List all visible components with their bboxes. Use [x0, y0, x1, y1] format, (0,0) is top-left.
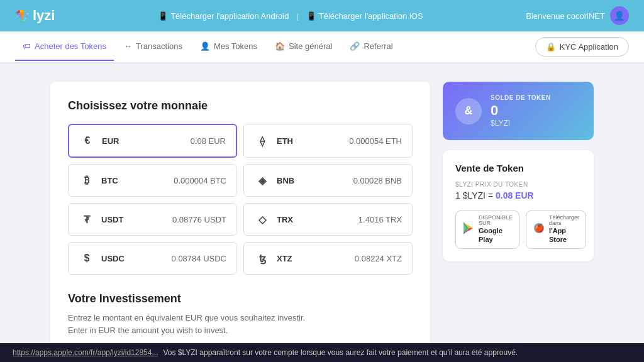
token-balance-label: SOLDE DE TOKEN	[491, 94, 551, 101]
vente-price-value: 0.08 EUR	[496, 190, 534, 200]
bottom-bar: https://apps.apple.com/fr/app/lyzi/id128…	[0, 343, 644, 362]
currency-xtz[interactable]: ꜩ XTZ 0.08224 XTZ	[243, 242, 413, 275]
google-play-icon	[462, 222, 475, 238]
investment-desc-line1: Entrez le montant en équivalent EUR que …	[68, 312, 413, 324]
currency-trx[interactable]: ◇ TRX 1.4016 TRX	[243, 203, 413, 236]
google-play-main: Google Play	[479, 226, 513, 244]
android-link[interactable]: 📱 Télécharger l'application Android	[158, 11, 289, 21]
xtz-value: 0.08224 XTZ	[355, 254, 402, 263]
vente-title: Vente de Token	[455, 163, 581, 173]
nav-item-site[interactable]: 🏠 Site général	[267, 33, 340, 61]
xtz-name: XTZ	[277, 254, 302, 263]
header-welcome: Bienvenue cocoriNET 👤	[526, 6, 629, 25]
currency-eth[interactable]: ⟠ ETH 0.000054 ETH	[243, 124, 413, 158]
vente-price-label: $LYZI PRIX DU TOKEN	[455, 181, 581, 188]
app-store-icon: 🍎	[533, 222, 545, 238]
mes-tokens-icon: 👤	[200, 41, 210, 51]
eth-value: 0.000054 ETH	[349, 136, 402, 146]
transactions-icon: ↔	[124, 41, 132, 51]
nav: 🏷 Acheter des Tokens ↔ Transactions 👤 Me…	[0, 31, 644, 63]
eth-name: ETH	[277, 136, 302, 146]
bottom-bar-link[interactable]: https://apps.apple.com/fr/app/lyzi/id128…	[13, 348, 158, 357]
logo-icon: 🪁	[15, 9, 29, 23]
bnb-value: 0.00028 BNB	[353, 176, 402, 185]
usdt-value: 0.08776 USDT	[172, 215, 226, 224]
token-icon: 🏷	[23, 41, 31, 51]
investment-title: Votre Investissement	[68, 292, 413, 305]
btc-icon: ₿	[79, 172, 95, 189]
currency-grid: € EUR 0.08 EUR ⟠ ETH 0.000054 ETH ₿ BTC …	[68, 124, 413, 275]
right-panel: & SOLDE DE TOKEN 0 $LYZI Vente de Token …	[443, 82, 594, 362]
vente-price: 1 $LYZI = 0.08 EUR	[455, 190, 581, 200]
app-store-text: Télécharger dans l'App Store	[549, 215, 579, 244]
bnb-icon: ◈	[254, 172, 270, 189]
usdc-icon: $	[79, 250, 95, 266]
app-store-button[interactable]: 🍎 Télécharger dans l'App Store	[526, 211, 586, 249]
nav-item-mes-tokens[interactable]: 👤 Mes Tokens	[192, 33, 265, 61]
eth-icon: ⟠	[254, 133, 270, 149]
site-icon: 🏠	[275, 41, 285, 51]
eur-value: 0.08 EUR	[191, 136, 226, 146]
google-play-button[interactable]: DISPONIBLE SUR Google Play	[455, 211, 519, 249]
investment-desc-line2: Enter in EUR the amount you wish to inve…	[68, 324, 413, 337]
google-play-sub: DISPONIBLE SUR	[479, 215, 513, 226]
investment-desc: Entrez le montant en équivalent EUR que …	[68, 312, 413, 336]
left-panel: Choisissez votre monnaie € EUR 0.08 EUR …	[50, 82, 430, 362]
android-icon: 📱	[158, 11, 168, 21]
usdc-name: USDC	[101, 254, 126, 263]
eur-icon: €	[79, 133, 96, 149]
currency-eur[interactable]: € EUR 0.08 EUR	[68, 124, 237, 158]
app-store-sub: Télécharger dans	[549, 215, 579, 226]
btc-name: BTC	[101, 176, 126, 185]
nav-item-transactions[interactable]: ↔ Transactions	[116, 33, 190, 61]
currency-section-title: Choisissez votre monnaie	[68, 99, 413, 112]
header-divider: |	[296, 11, 298, 21]
header: 🪁 lyzi 📱 Télécharger l'application Andro…	[0, 0, 644, 31]
usdt-name: USDT	[101, 215, 126, 224]
google-play-text: DISPONIBLE SUR Google Play	[479, 215, 513, 244]
svg-text:🍎: 🍎	[535, 223, 544, 233]
token-balance-info: SOLDE DE TOKEN 0 $LYZI	[491, 94, 551, 128]
welcome-text: Bienvenue cocoriNET	[526, 11, 605, 21]
main-content: Choisissez votre monnaie € EUR 0.08 EUR …	[0, 63, 644, 362]
token-balance-value: 0	[491, 102, 551, 119]
currency-usdt[interactable]: ₮ USDT 0.08776 USDT	[68, 203, 237, 236]
usdt-icon: ₮	[79, 211, 95, 228]
header-links: 📱 Télécharger l'application Android | 📱 …	[158, 11, 423, 21]
token-balance-icon: &	[455, 98, 482, 124]
currency-bnb[interactable]: ◈ BNB 0.00028 BNB	[243, 164, 413, 197]
usdc-value: 0.08784 USDC	[172, 254, 226, 263]
token-balance-currency: $LYZI	[491, 119, 551, 128]
nav-item-referral[interactable]: 🔗 Referral	[342, 33, 400, 61]
logo: 🪁 lyzi	[15, 8, 55, 24]
referral-icon: 🔗	[350, 41, 360, 51]
app-store-main: l'App Store	[549, 226, 579, 244]
logo-text: lyzi	[33, 8, 55, 24]
vente-price-text: 1 $LYZI =	[455, 190, 496, 200]
nav-item-acheter[interactable]: 🏷 Acheter des Tokens	[15, 33, 114, 61]
xtz-icon: ꜩ	[254, 250, 270, 266]
nav-items: 🏷 Acheter des Tokens ↔ Transactions 👤 Me…	[15, 33, 535, 61]
btc-value: 0.000004 BTC	[174, 176, 226, 185]
trx-name: TRX	[277, 215, 302, 224]
store-buttons: DISPONIBLE SUR Google Play 🍎 Télécharger…	[455, 211, 581, 249]
ios-link[interactable]: 📱 Télécharger l'application iOS	[306, 11, 423, 21]
bottom-bar-message: Vos $LYZI apparaîtront sur votre compte …	[163, 348, 518, 357]
kyc-button[interactable]: 🔒 KYC Application	[535, 37, 629, 57]
kyc-icon: 🔒	[546, 42, 556, 52]
currency-usdc[interactable]: $ USDC 0.08784 USDC	[68, 242, 237, 275]
vente-card: Vente de Token $LYZI PRIX DU TOKEN 1 $LY…	[443, 150, 594, 261]
currency-btc[interactable]: ₿ BTC 0.000004 BTC	[68, 164, 237, 197]
eur-name: EUR	[102, 136, 127, 146]
bnb-name: BNB	[277, 176, 302, 185]
token-balance-card: & SOLDE DE TOKEN 0 $LYZI	[443, 82, 594, 140]
trx-value: 1.4016 TRX	[358, 215, 402, 224]
trx-icon: ◇	[254, 211, 270, 228]
avatar: 👤	[610, 6, 629, 25]
ios-icon: 📱	[306, 11, 316, 21]
